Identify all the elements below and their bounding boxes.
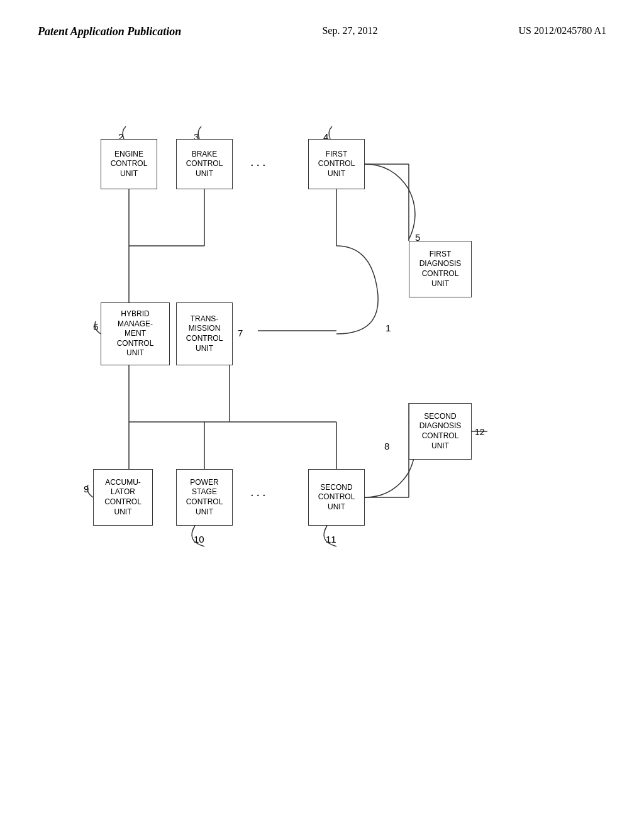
date-label: Sep. 27, 2012 [322,25,377,36]
power-stage-control-unit-box: POWERSTAGECONTROLUNIT [176,469,233,526]
label-10: 10 [194,534,204,545]
publication-label: Patent Application Publication [38,25,181,38]
dots-top: ... [250,155,269,169]
page-header: Patent Application Publication Sep. 27, … [0,0,644,51]
first-control-unit-box: FIRSTCONTROLUNIT [308,139,365,189]
engine-control-unit-box: ENGINECONTROLUNIT [101,139,157,189]
diagram-container: 2 3 4 ENGINECONTROLUNIT BRAKECONTROLUNIT… [0,64,644,793]
label-11: 11 [326,534,336,545]
label-1: 1 [386,323,391,333]
transmission-control-unit-box: TRANS-MISSIONCONTROLUNIT [176,302,233,365]
label-12: 12 [475,427,485,437]
brake-control-unit-box: BRAKECONTROLUNIT [176,139,233,189]
second-control-unit-box: SECONDCONTROLUNIT [308,469,365,526]
accumulator-control-unit-box: ACCUMU-LATORCONTROLUNIT [93,469,153,526]
label-7: 7 [238,328,243,338]
hybrid-management-control-unit-box: HYBRIDMANAGE-MENTCONTROLUNIT [101,302,170,365]
first-diagnosis-control-unit-box: FIRSTDIAGNOSISCONTROLUNIT [409,241,472,297]
label-8: 8 [384,441,389,451]
label-9: 9 [84,484,89,494]
second-diagnosis-control-unit-box: SECONDDIAGNOSISCONTROLUNIT [409,403,472,460]
label-6: 6 [93,321,98,332]
dots-bottom: ... [250,485,269,499]
patent-number-label: US 2012/0245780 A1 [518,25,606,36]
